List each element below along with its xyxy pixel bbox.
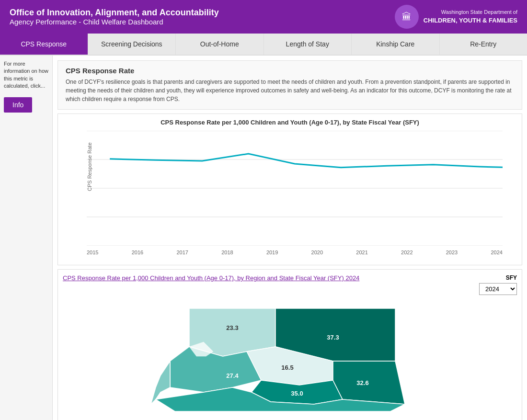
description-title: CPS Response Rate bbox=[66, 67, 514, 75]
line-chart-container: CPS Response Rate per 1,000 Children and… bbox=[57, 114, 522, 265]
sfy-selector: SFY 2024 2023 2022 2021 2020 bbox=[479, 274, 517, 295]
sfy-label: SFY bbox=[506, 274, 517, 281]
description-text: One of DCYF's resilience goals is that p… bbox=[66, 78, 514, 103]
org-title: Office of Innovation, Alignment, and Acc… bbox=[10, 8, 219, 18]
logo-text: Washington State Department of CHILDREN,… bbox=[424, 9, 517, 25]
map-title-link[interactable]: State Fiscal Year (SFY) bbox=[279, 274, 344, 282]
line-chart: CPS Response Rate 40 30 20 10 0 bbox=[87, 131, 503, 246]
content-area: For more information on how this metric … bbox=[0, 56, 527, 420]
map-title-year: 2024 bbox=[344, 274, 360, 282]
map-title: CPS Response Rate per 1,000 Children and… bbox=[63, 274, 359, 282]
x-label-2018: 2018 bbox=[221, 250, 233, 255]
x-label-2015: 2015 bbox=[87, 250, 98, 255]
tab-out-of-home[interactable]: Out-of-Home bbox=[176, 34, 264, 55]
tab-length-of-stay[interactable]: Length of Stay bbox=[264, 34, 352, 55]
x-label-2023: 2023 bbox=[446, 250, 458, 255]
page-title: Agency Performance - Child Welfare Dashb… bbox=[10, 18, 219, 26]
wa-state-map: 37.3 23.3 16.5 27.4 35.0 32.6 bbox=[127, 304, 453, 414]
logo-icon: 🏛 bbox=[395, 5, 419, 29]
header: Office of Innovation, Alignment, and Acc… bbox=[0, 0, 527, 34]
region-label-scen: 35.0 bbox=[291, 390, 303, 397]
map-chart-container: CPS Response Rate per 1,000 Children and… bbox=[57, 269, 522, 420]
region-label-ne: 37.3 bbox=[327, 334, 339, 341]
line-chart-svg: 40 30 20 10 0 bbox=[87, 131, 503, 246]
logo-org: Washington State Department of bbox=[441, 9, 517, 15]
region-label-nw: 23.3 bbox=[226, 324, 238, 331]
x-label-2016: 2016 bbox=[132, 250, 143, 255]
sidebar: For more information on how this metric … bbox=[0, 56, 53, 420]
x-label-2021: 2021 bbox=[356, 250, 367, 255]
header-logo: 🏛 Washington State Department of CHILDRE… bbox=[395, 5, 517, 29]
main-panel: CPS Response Rate One of DCYF's resilien… bbox=[53, 56, 527, 420]
x-label-2017: 2017 bbox=[176, 250, 188, 255]
map-title-plain: CPS Response Rate per 1,000 Children and… bbox=[63, 274, 279, 282]
region-label-central: 16.5 bbox=[281, 364, 293, 371]
x-label-2020: 2020 bbox=[311, 250, 323, 255]
region-label-se: 32.6 bbox=[356, 379, 368, 386]
map-svg-wrapper: 37.3 23.3 16.5 27.4 35.0 32.6 bbox=[63, 299, 517, 419]
nav-tabs: CPS Response Screening Decisions Out-of-… bbox=[0, 34, 527, 56]
line-chart-title: CPS Response Rate per 1,000 Children and… bbox=[63, 119, 517, 126]
x-label-2024: 2024 bbox=[491, 250, 502, 255]
svg-marker-15 bbox=[333, 361, 405, 404]
sfy-dropdown[interactable]: 2024 2023 2022 2021 2020 bbox=[479, 283, 517, 295]
map-header: CPS Response Rate per 1,000 Children and… bbox=[63, 274, 517, 295]
x-label-2019: 2019 bbox=[266, 250, 278, 255]
tab-re-entry[interactable]: Re-Entry bbox=[440, 34, 527, 55]
region-label-sw: 27.4 bbox=[226, 372, 239, 379]
x-axis-labels: 2015 2016 2017 2018 2019 2020 2021 2022 … bbox=[87, 250, 503, 255]
description-box: CPS Response Rate One of DCYF's resilien… bbox=[57, 60, 522, 110]
header-title: Office of Innovation, Alignment, and Acc… bbox=[10, 8, 219, 26]
tab-kinship-care[interactable]: Kinship Care bbox=[352, 34, 440, 55]
tab-screening-decisions[interactable]: Screening Decisions bbox=[88, 34, 176, 55]
logo-dept: CHILDREN, YOUTH & FAMILIES bbox=[424, 16, 517, 25]
sidebar-info-text: For more information on how this metric … bbox=[4, 60, 48, 90]
tab-cps-response[interactable]: CPS Response bbox=[0, 34, 88, 55]
x-label-2022: 2022 bbox=[401, 250, 412, 255]
info-button[interactable]: Info bbox=[4, 97, 32, 113]
y-axis-label: CPS Response Rate bbox=[87, 143, 92, 192]
